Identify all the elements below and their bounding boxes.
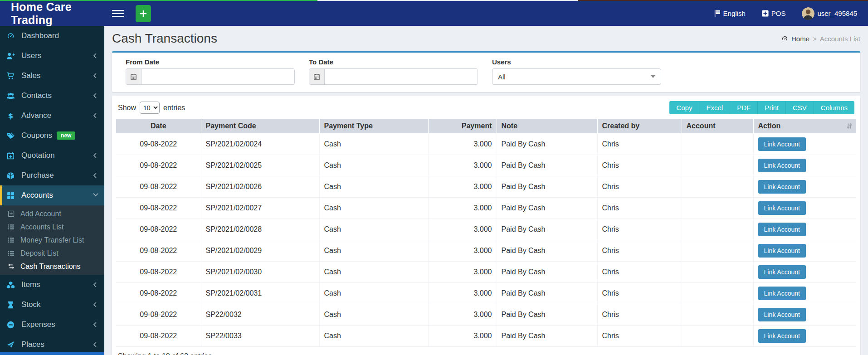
sidebar-subitem-label: Money Transfer List [20, 236, 84, 244]
link-account-button[interactable]: Link Account [758, 287, 806, 300]
cell-type: Cash [319, 155, 428, 176]
sidebar-item-contacts[interactable]: Contacts [0, 86, 104, 106]
sidebar-subitem-add-account[interactable]: Add Account [0, 207, 104, 220]
hamburger-icon[interactable] [112, 9, 124, 18]
excel-export-button[interactable]: Excel [699, 101, 730, 114]
sidebar-item-accounts[interactable]: Accounts [0, 185, 104, 205]
cell-payment: 3.000 [428, 197, 497, 219]
users-label: Users [492, 58, 661, 66]
sidebar-subitem-money-transfer-list[interactable]: Money Transfer List [0, 233, 104, 247]
users-select[interactable]: All [492, 68, 661, 85]
link-account-button[interactable]: Link Account [758, 329, 806, 343]
sidebar-item-stock[interactable]: Stock [0, 295, 104, 315]
link-account-button[interactable]: Link Account [758, 159, 806, 172]
cell-note: Paid By Cash [497, 261, 597, 282]
cell-account [682, 176, 753, 197]
sidebar-item-quotation[interactable]: Quotation [0, 146, 104, 165]
sidebar-subitem-label: Add Account [20, 210, 61, 218]
cell-code: SP/2021/02/0024 [201, 133, 319, 155]
sidebar: DashboardUsersSalesContacts$AdvanceCoupo… [0, 26, 104, 355]
from-date-input[interactable] [141, 69, 294, 84]
sidebar-item-places[interactable]: Places [0, 335, 104, 355]
cell-type: Cash [319, 261, 428, 282]
pdf-export-button[interactable]: PDF [730, 101, 758, 114]
cell-note: Paid By Cash [497, 219, 597, 240]
cell-code: SP/2021/02/0025 [201, 155, 319, 176]
brand-logo[interactable]: Home Care Trading [0, 1, 104, 26]
pos-menu[interactable]: POS [762, 10, 786, 17]
cell-type: Cash [319, 219, 428, 240]
sidebar-item-sales[interactable]: Sales [0, 66, 104, 86]
calendar-plus-icon [6, 152, 15, 160]
user-menu[interactable]: user_495845 [802, 7, 857, 20]
cell-account [682, 261, 753, 282]
cell-code: SP/2021/02/0026 [201, 176, 319, 197]
cell-code: SP22/0032 [201, 304, 319, 325]
sidebar-item-coupons[interactable]: Couponsnew [0, 126, 104, 146]
list-icon [8, 237, 15, 243]
sidebar-submenu-accounts: Add AccountAccounts ListMoney Transfer L… [0, 205, 104, 275]
sort-icon[interactable] [846, 123, 853, 129]
columns-export-button[interactable]: Columns [814, 101, 854, 114]
copy-export-button[interactable]: Copy [669, 101, 699, 114]
to-date-input[interactable] [325, 69, 478, 84]
link-account-button[interactable]: Link Account [758, 180, 806, 194]
list-icon [8, 224, 15, 230]
sidebar-item-expenses[interactable]: Expenses [0, 315, 104, 335]
sidebar-item-label: Quotation [21, 151, 55, 160]
link-account-button[interactable]: Link Account [758, 137, 806, 151]
cell-action: Link Account [753, 133, 856, 155]
quick-add-button[interactable] [136, 5, 151, 22]
sidebar-item-label: Dashboard [21, 31, 59, 40]
page-size-select[interactable]: 10 [140, 102, 160, 114]
table-summary: Showing 1 to 10 of 62 entries [118, 352, 854, 355]
sidebar-item-advance[interactable]: $Advance [0, 106, 104, 126]
column-header-account[interactable]: Account [682, 119, 753, 133]
column-header-date[interactable]: Date [116, 119, 201, 133]
cell-code: SP/2021/02/0030 [201, 261, 319, 282]
cell-type: Cash [319, 240, 428, 261]
sidebar-item-users[interactable]: Users [0, 46, 104, 66]
table-row: 09-08-2022SP/2021/02/0029Cash3.000Paid B… [116, 240, 856, 261]
cell-note: Paid By Cash [497, 240, 597, 261]
column-header-payment[interactable]: Payment [428, 119, 497, 133]
cell-code: SP/2021/02/0027 [201, 197, 319, 219]
link-account-button[interactable]: Link Account [758, 201, 806, 215]
sidebar-subitem-cash-transactions[interactable]: Cash Transactions [0, 260, 104, 273]
table-row: 09-08-2022SP/2021/02/0024Cash3.000Paid B… [116, 133, 856, 155]
cell-action: Link Account [753, 282, 856, 304]
cell-action: Link Account [753, 261, 856, 282]
chevron-left-icon [93, 53, 98, 58]
link-account-button[interactable]: Link Account [758, 223, 806, 236]
cube-icon [6, 172, 15, 180]
link-account-button[interactable]: Link Account [758, 308, 806, 321]
table-row: 09-08-2022SP/2021/02/0027Cash3.000Paid B… [116, 197, 856, 219]
cell-action: Link Account [753, 155, 856, 176]
sidebar-item-items[interactable]: Items [0, 275, 104, 295]
to-date-field-group: To Date [309, 58, 478, 85]
cell-date: 09-08-2022 [116, 325, 201, 346]
link-account-button[interactable]: Link Account [758, 244, 806, 258]
csv-export-button[interactable]: CSV [786, 101, 814, 114]
breadcrumb-home[interactable]: Home [791, 35, 809, 43]
sidebar-subitem-accounts-list[interactable]: Accounts List [0, 220, 104, 233]
cell-payment: 3.000 [428, 325, 497, 346]
cell-date: 09-08-2022 [116, 155, 201, 176]
column-header-payment-code[interactable]: Payment Code [201, 119, 319, 133]
print-export-button[interactable]: Print [758, 101, 786, 114]
cell-code: SP22/0033 [201, 325, 319, 346]
sidebar-item-dashboard[interactable]: Dashboard [0, 26, 104, 46]
link-account-button[interactable]: Link Account [758, 265, 806, 279]
cell-created_by: Chris [597, 240, 682, 261]
sidebar-item-purchase[interactable]: Purchase [0, 165, 104, 185]
svg-text:$: $ [8, 112, 13, 120]
export-button-group: CopyExcelPDFPrintCSVColumns [669, 101, 854, 114]
column-header-created-by[interactable]: Created by [597, 119, 682, 133]
sidebar-subitem-deposit-list[interactable]: Deposit List [0, 247, 104, 260]
cell-note: Paid By Cash [497, 304, 597, 325]
column-header-payment-type[interactable]: Payment Type [319, 119, 428, 133]
language-menu[interactable]: English [714, 10, 746, 17]
column-header-note[interactable]: Note [497, 119, 597, 133]
column-header-action[interactable]: Action [753, 119, 856, 133]
cell-payment: 3.000 [428, 176, 497, 197]
